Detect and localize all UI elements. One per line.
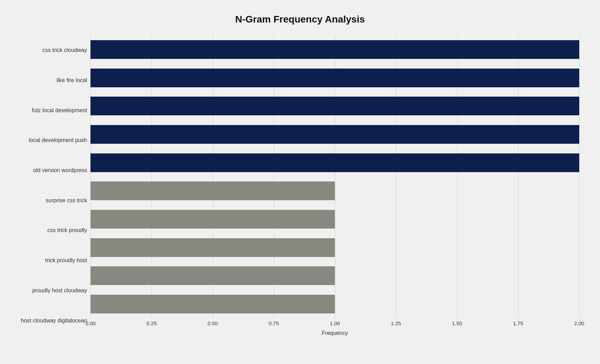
x-tick: 1.75: [513, 320, 523, 326]
bar: [90, 238, 335, 257]
y-label: like fire local: [21, 78, 87, 83]
bar-row: [90, 265, 579, 286]
y-label: local development push: [21, 137, 87, 143]
x-tick: 1.25: [391, 320, 401, 326]
bar-row: [90, 237, 579, 258]
x-tick: 2.00: [574, 320, 584, 326]
bar-row: [90, 152, 579, 174]
x-axis: 0.000.250.500.751.001.251.501.752.00: [90, 318, 579, 329]
bar-row: [90, 293, 579, 315]
bar: [90, 69, 579, 87]
x-tick: 0.50: [208, 320, 218, 326]
bar: [90, 181, 335, 200]
y-label: old version wordpress: [21, 168, 87, 173]
bar-row: [90, 67, 579, 89]
bar: [90, 295, 335, 313]
bar: [90, 210, 335, 229]
bar-row: [90, 39, 579, 60]
x-axis-label: Frequency: [90, 330, 579, 336]
y-label: css trick cloudway: [21, 47, 87, 53]
y-labels: css trick cloudwaylike fire localfutz lo…: [21, 35, 90, 336]
bar: [90, 266, 335, 285]
chart-container: N-Gram Frequency Analysis css trick clou…: [0, 0, 600, 364]
y-label: trick proudly host: [21, 258, 87, 263]
bars-grid: [90, 35, 579, 318]
x-tick: 0.25: [147, 320, 157, 326]
bar-row: [90, 95, 579, 117]
bar-row: [90, 124, 579, 145]
y-label: futz local development: [21, 108, 87, 113]
x-tick: 1.50: [452, 320, 462, 326]
bar: [90, 125, 579, 144]
bars-and-xaxis: 0.000.250.500.751.001.251.501.752.00 Fre…: [90, 35, 579, 336]
bar-row: [90, 180, 579, 202]
y-label: css trick proudly: [21, 228, 87, 233]
x-tick: 1.00: [330, 320, 340, 326]
bar: [90, 97, 579, 115]
y-label: host cloudway digitalocean: [21, 318, 87, 323]
bars-area: css trick cloudwaylike fire localfutz lo…: [21, 35, 579, 336]
x-tick: 0.75: [269, 320, 279, 326]
chart-body: css trick cloudwaylike fire localfutz lo…: [21, 35, 579, 336]
bar-row: [90, 208, 579, 230]
bar: [90, 153, 579, 172]
bar: [90, 40, 579, 59]
y-label: proudly host cloudway: [21, 288, 87, 293]
chart-title: N-Gram Frequency Analysis: [21, 14, 579, 25]
grid-line: [579, 35, 580, 318]
y-label: surprise css trick: [21, 198, 87, 203]
x-tick: 0.00: [86, 320, 96, 326]
